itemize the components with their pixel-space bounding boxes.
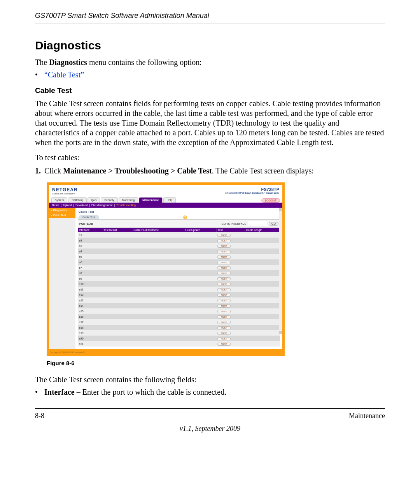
cell-empty [102,319,132,325]
cell-empty [132,308,184,314]
cell-empty [245,330,280,336]
scroll-up-icon[interactable] [279,208,282,211]
scrollbar[interactable] [279,208,282,334]
panel-sub-tab[interactable]: Cable Test ? [79,215,99,219]
cell-interface: e18 [78,325,102,330]
goto-interface-input[interactable] [248,221,267,226]
cell-empty [102,243,132,248]
cell-interface: e16 [78,314,102,319]
cell-interface: e5 [78,254,102,259]
subnav-troubleshooting[interactable]: Troubleshooting [116,204,136,206]
test-button[interactable]: TEST [217,343,230,346]
cell-test: TEST [216,298,245,303]
cell-empty [132,341,184,346]
tab-monitoring[interactable]: Monitoring [119,197,138,203]
cell-interface: e9 [78,276,102,281]
subnav-reset[interactable]: Reset [52,204,59,206]
test-button[interactable]: TEST [217,310,230,313]
cell-empty [184,287,216,292]
cell-test: TEST [216,270,245,276]
test-button[interactable]: TEST [217,266,230,270]
test-button[interactable]: TEST [217,239,230,242]
cell-empty [184,232,216,238]
tab-switching[interactable]: Switching [68,197,87,203]
table-row: e9TEST [78,276,280,281]
main-panel: Cable Test Cable Test ? PORTS All GO TO … [75,208,282,349]
test-button[interactable]: TEST [217,234,230,237]
ports-bar: PORTS All GO TO INTERFACE GO [78,219,280,228]
cell-empty [132,265,184,270]
cell-empty [102,270,132,276]
subnav-file-management[interactable]: File Management [91,204,112,206]
help-icon[interactable]: ? [183,215,187,219]
test-button[interactable]: TEST [217,256,230,259]
cell-test: TEST [216,303,245,308]
brand-tagline: Connect with Innovation™ [52,192,78,195]
cell-empty [132,287,184,292]
cell-test: TEST [216,314,245,319]
step1-path: Maintenance > Troubleshooting > Cable Te… [63,166,212,175]
model-desc: 24-port 10/100 PoE Smart Switch with 4 G… [226,192,279,194]
test-button[interactable]: TEST [217,337,230,340]
test-button[interactable]: TEST [217,288,230,291]
tab-system[interactable]: System [51,197,67,203]
test-button[interactable]: TEST [217,245,230,248]
cell-empty [132,298,184,303]
cell-empty [132,330,184,336]
test-button[interactable]: TEST [217,326,230,329]
subnav-upload[interactable]: Upload [63,204,72,206]
step1-pre: Click [44,166,63,175]
cell-empty [132,281,184,287]
cable-test-description: The Cable Test screen contains fields fo… [35,99,385,147]
cell-empty [132,254,184,259]
intro-paragraph: The Diagnostics menu contains the follow… [35,58,385,67]
table-row: e5TEST [78,254,280,259]
figure-8-6: NETGEAR Connect with Innovation™ FS728TP… [47,182,385,366]
sidebar-item-cable-test[interactable]: • Cable Test [49,213,75,218]
subheading-cable-test: Cable Test [35,86,385,95]
tab-maintenance[interactable]: Maintenance [139,197,162,203]
col-interface: Interface [78,228,102,232]
cell-interface: e2 [78,238,102,243]
logout-button[interactable]: LOGOUT [261,198,280,203]
cell-empty [245,248,280,254]
sidebar-item-diagnostics[interactable]: • Diagnostics [49,208,75,213]
cable-test-link[interactable]: “Cable Test” [44,70,84,79]
test-button[interactable]: TEST [217,261,230,264]
table-row: e11TEST [78,287,280,292]
tab-qos[interactable]: QoS [88,197,100,203]
cell-empty [245,325,280,330]
cell-empty [245,243,280,248]
scroll-down-icon[interactable] [279,331,282,334]
test-button[interactable]: TEST [217,283,230,286]
cell-empty [184,314,216,319]
cell-empty [245,238,280,243]
footer-section: Maintenance [349,412,385,420]
test-button[interactable]: TEST [217,332,230,335]
step1-post: . The Cable Test screen displays: [212,166,314,175]
cell-test: TEST [216,248,245,254]
cell-empty [132,325,184,330]
tab-security[interactable]: Security [101,197,117,203]
goto-label: GO TO INTERFACE [222,222,247,225]
test-button[interactable]: TEST [217,321,230,324]
test-button[interactable]: TEST [217,277,230,280]
test-button[interactable]: TEST [217,304,230,308]
test-button[interactable]: TEST [217,315,230,318]
tab-help[interactable]: Help [163,197,176,203]
test-button[interactable]: TEST [217,272,230,275]
cell-empty [245,303,280,308]
test-button[interactable]: TEST [217,250,230,253]
test-button[interactable]: TEST [217,299,230,302]
table-row: e16TEST [78,314,280,319]
table-row: e15TEST [78,308,280,314]
cell-empty [184,270,216,276]
cell-empty [102,287,132,292]
cell-empty [132,319,184,325]
table-row: e12TEST [78,292,280,298]
test-button[interactable]: TEST [217,294,230,297]
footer-version: v1.1, September 2009 [35,425,385,433]
go-button[interactable]: GO [269,222,278,226]
subnav-download[interactable]: Download [75,204,88,206]
bullet-item: “Cable Test” [44,70,385,79]
